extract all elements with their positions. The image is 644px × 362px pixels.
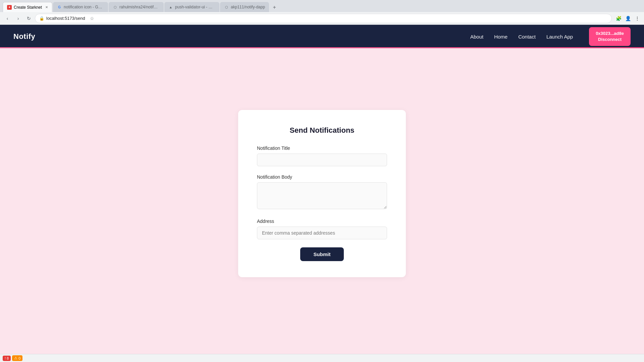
app-navbar: Notify About Home Contact Launch App 0x3… — [0, 25, 644, 48]
url-text: localhost:5173/send — [46, 16, 85, 21]
back-button[interactable]: ‹ — [3, 14, 12, 23]
send-notification-card: Send Notifications Notification Title No… — [238, 110, 406, 277]
tab-favicon-3: ⬡ — [113, 5, 117, 9]
warning-icon: ⚠ — [14, 356, 17, 360]
status-bar: ! 8 ⚠ 0 — [0, 354, 644, 362]
extensions-icon[interactable]: 🧩 — [614, 14, 623, 22]
error-count: 8 — [7, 356, 9, 360]
address-bar-icons: ☆ — [90, 16, 94, 21]
notification-title-label: Notification Title — [257, 145, 387, 151]
more-icon[interactable]: ⋮ — [633, 14, 641, 22]
main-content: Send Notifications Notification Title No… — [0, 48, 644, 339]
tab-active[interactable]: ✦ Create Starknet ✕ — [3, 2, 52, 12]
notification-title-input[interactable] — [257, 154, 387, 166]
tab-title-5: akp111/notify-dapp — [231, 5, 265, 9]
error-badge: ! 8 — [3, 356, 11, 361]
profile-icon[interactable]: 👤 — [624, 14, 632, 22]
nav-link-launch-app[interactable]: Launch App — [546, 34, 573, 40]
app-logo: Notify — [13, 32, 35, 41]
tab-favicon-2: G — [57, 5, 62, 9]
tab-title-3: rahulmishra24/notify-cairo-backe... — [119, 5, 160, 9]
new-tab-button[interactable]: + — [270, 3, 279, 12]
forward-button[interactable]: › — [13, 14, 23, 23]
browser-tab-bar: ✦ Create Starknet ✕ G notification icon … — [0, 0, 644, 12]
tab-5[interactable]: ⬡ akp111/notify-dapp — [220, 2, 269, 12]
lock-icon: 🔒 — [39, 16, 44, 21]
star-icon[interactable]: ☆ — [90, 16, 94, 21]
tab-favicon-4: ▲ — [168, 5, 173, 9]
notification-title-group: Notification Title — [257, 145, 387, 166]
tab-favicon-active: ✦ — [7, 5, 12, 10]
address-bar-row: ‹ › ↻ 🔒 localhost:5173/send ☆ 🧩 👤 ⋮ — [0, 12, 644, 25]
nav-link-about[interactable]: About — [470, 34, 483, 40]
tab-favicon-5: ⬡ — [224, 5, 229, 9]
toolbar-icons: 🧩 👤 ⋮ — [614, 14, 641, 22]
notification-body-group: Notification Body — [257, 174, 387, 210]
address-bar[interactable]: 🔒 localhost:5173/send ☆ — [35, 14, 612, 23]
tab-close-btn[interactable]: ✕ — [45, 5, 48, 9]
nav-link-contact[interactable]: Contact — [518, 34, 536, 40]
nav-accent-line — [0, 47, 644, 48]
tab-4[interactable]: ▲ push-validator-ui - Overview – Ve... — [164, 2, 219, 12]
nav-links: About Home Contact Launch App 0x3023...a… — [470, 27, 631, 46]
tab-title-2: notification icon - Google Search — [64, 5, 104, 9]
wallet-address: 0x3023...ad8e — [596, 31, 624, 37]
address-label: Address — [257, 219, 387, 224]
form-title: Send Notifications — [257, 126, 387, 135]
warning-count: 0 — [18, 356, 20, 360]
tab-title-4: push-validator-ui - Overview – Ve... — [175, 5, 215, 9]
reload-button[interactable]: ↻ — [24, 14, 34, 23]
notification-body-label: Notification Body — [257, 174, 387, 180]
tab-2[interactable]: G notification icon - Google Search — [53, 2, 108, 12]
tab-3[interactable]: ⬡ rahulmishra24/notify-cairo-backe... — [109, 2, 164, 12]
address-group: Address — [257, 219, 387, 239]
notification-body-textarea[interactable] — [257, 182, 387, 209]
wallet-disconnect-button[interactable]: 0x3023...ad8e Disconnect — [589, 27, 631, 46]
disconnect-label: Disconnect — [596, 37, 624, 43]
tab-title-active: Create Starknet — [14, 5, 42, 10]
submit-button[interactable]: Submit — [300, 247, 344, 261]
error-icon: ! — [5, 356, 6, 360]
address-input[interactable] — [257, 227, 387, 239]
nav-link-home[interactable]: Home — [494, 34, 507, 40]
warning-badge: ⚠ 0 — [12, 355, 22, 361]
